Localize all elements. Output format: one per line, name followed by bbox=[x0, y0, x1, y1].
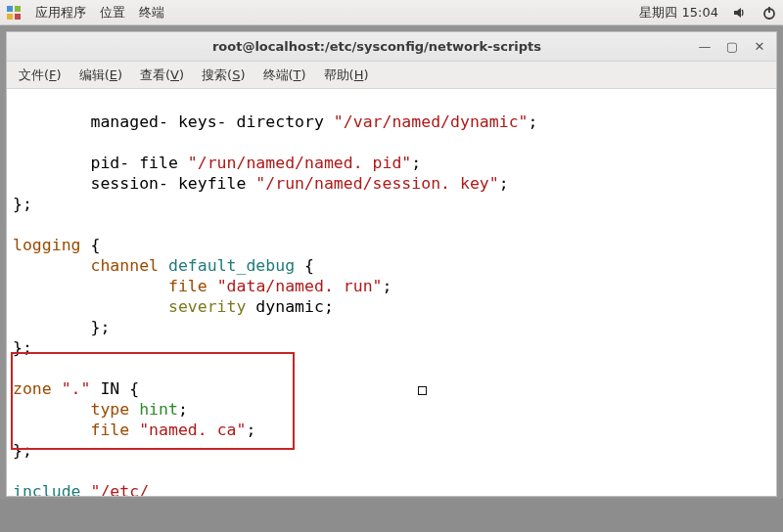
menubar: 文件(F) 编辑(E) 查看(V) 搜索(S) 终端(T) 帮助(H) bbox=[7, 62, 776, 89]
power-icon[interactable] bbox=[761, 5, 777, 21]
volume-icon[interactable] bbox=[732, 5, 748, 21]
minimize-button[interactable]: — bbox=[698, 39, 712, 54]
editor-area[interactable]: managed- keys- directory "/var/named/dyn… bbox=[7, 89, 776, 496]
svg-rect-0 bbox=[7, 6, 13, 12]
panel-terminal[interactable]: 终端 bbox=[139, 4, 164, 22]
svg-rect-2 bbox=[7, 14, 13, 20]
cropped-bottom bbox=[0, 499, 783, 532]
activities-icon[interactable] bbox=[6, 5, 22, 21]
panel-clock[interactable]: 星期四 15:04 bbox=[639, 4, 718, 22]
svg-rect-3 bbox=[15, 14, 21, 20]
menu-terminal[interactable]: 终端(T) bbox=[255, 64, 314, 87]
terminal-window: root@localhost:/etc/sysconfig/network-sc… bbox=[6, 31, 777, 497]
menu-file[interactable]: 文件(F) bbox=[11, 64, 69, 87]
window-title: root@localhost:/etc/sysconfig/network-sc… bbox=[66, 39, 688, 54]
editor-content: managed- keys- directory "/var/named/dyn… bbox=[7, 89, 776, 496]
svg-rect-1 bbox=[15, 6, 21, 12]
top-panel: 应用程序 位置 终端 星期四 15:04 bbox=[0, 0, 783, 25]
menu-search[interactable]: 搜索(S) bbox=[194, 64, 253, 87]
maximize-button[interactable]: ▢ bbox=[725, 39, 739, 54]
menu-help[interactable]: 帮助(H) bbox=[316, 64, 377, 87]
menu-edit[interactable]: 编辑(E) bbox=[71, 64, 130, 87]
close-button[interactable]: ✕ bbox=[753, 39, 766, 54]
panel-places[interactable]: 位置 bbox=[100, 4, 125, 22]
menu-view[interactable]: 查看(V) bbox=[132, 64, 192, 87]
panel-applications[interactable]: 应用程序 bbox=[35, 4, 86, 22]
titlebar[interactable]: root@localhost:/etc/sysconfig/network-sc… bbox=[7, 32, 776, 62]
